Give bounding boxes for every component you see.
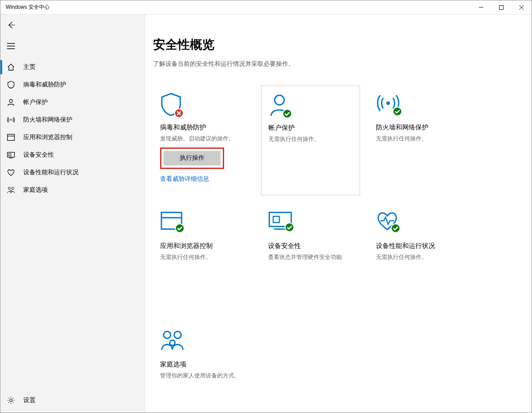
ok-badge-icon [285, 223, 294, 232]
sidebar-item-label: 设置 [23, 396, 36, 404]
card-device-health[interactable]: 设备性能和运行状况 无需执行任何操作。 [369, 204, 468, 314]
close-button[interactable] [511, 0, 532, 14]
sidebar-item-label: 家庭选项 [23, 186, 48, 194]
svg-point-27 [174, 331, 181, 338]
person-icon [268, 93, 290, 117]
sidebar-item-label: 应用和浏览器控制 [23, 133, 72, 141]
heart-icon [7, 168, 15, 177]
sidebar-item-virus[interactable]: 病毒和威胁防护 [0, 76, 145, 93]
hamburger-button[interactable] [0, 36, 21, 57]
svg-point-2 [10, 100, 13, 103]
back-button[interactable] [0, 14, 21, 36]
svg-point-12 [10, 399, 12, 402]
ok-badge-icon [393, 107, 402, 116]
cards-grid: 病毒和威胁防护 发现威胁。启动建议的操作。 执行操作 查看威胁详细信息 [153, 86, 478, 413]
device-icon [7, 151, 15, 159]
threat-details-link[interactable]: 查看威胁详细信息 [160, 175, 245, 183]
heart-icon [376, 211, 399, 231]
card-desc: 发现威胁。启动建议的操作。 [160, 134, 245, 143]
svg-point-9 [8, 187, 11, 190]
content-area: 安全性概览 了解设备当前的安全性和运行情况并采取必要操作。 病毒和威胁防护 发现… [145, 14, 532, 413]
page-title: 安全性概览 [153, 36, 532, 53]
sidebar: 主页 病毒和威胁防护 帐户保护 防火墙和网络保护 [0, 14, 145, 413]
hamburger-icon [7, 43, 15, 49]
card-desc: 无需执行任何操作。 [376, 134, 461, 143]
svg-point-26 [164, 331, 171, 338]
take-action-button[interactable]: 执行操作 [164, 151, 221, 165]
browser-icon [160, 211, 183, 231]
card-title: 设备性能和运行状况 [376, 242, 461, 250]
svg-rect-1 [500, 5, 503, 9]
sidebar-item-label: 防火墙和网络保护 [23, 116, 72, 124]
sidebar-item-label: 设备安全性 [23, 151, 54, 159]
window-controls [471, 0, 532, 14]
sidebar-item-label: 主页 [23, 63, 36, 71]
card-account[interactable]: 帐户保护 无需执行任何操作。 [261, 86, 360, 195]
radio-icon [376, 93, 400, 115]
card-title: 帐户保护 [268, 124, 353, 132]
card-device-security[interactable]: 设备安全性 查看状态并管理硬件安全功能 [261, 204, 360, 314]
browser-icon [7, 133, 15, 142]
ok-badge-icon [282, 109, 292, 119]
svg-rect-23 [273, 216, 279, 223]
home-icon [7, 63, 15, 72]
radio-icon [7, 115, 15, 124]
device-icon [268, 211, 293, 230]
svg-rect-0 [479, 7, 483, 7]
card-desc: 无需执行任何操作。 [268, 135, 353, 144]
shield-icon [160, 93, 182, 116]
person-icon [7, 98, 15, 107]
back-arrow-icon [7, 21, 15, 29]
svg-point-25 [391, 224, 400, 233]
card-title: 设备安全性 [268, 242, 353, 250]
sidebar-item-settings[interactable]: 设置 [0, 391, 145, 409]
shield-icon [7, 80, 15, 89]
family-icon [160, 330, 185, 352]
svg-rect-4 [7, 134, 14, 140]
svg-point-10 [12, 187, 14, 190]
gear-icon [7, 396, 15, 405]
card-desc: 查看状态并管理硬件安全功能 [268, 253, 353, 262]
svg-point-3 [11, 119, 12, 121]
card-title: 家庭选项 [160, 360, 245, 369]
card-desc: 管理你的家人使用设备的方式。 [160, 371, 245, 380]
ok-badge-icon [175, 223, 185, 233]
card-family[interactable]: 家庭选项 管理你的家人使用设备的方式。 [153, 323, 252, 413]
svg-point-14 [275, 95, 284, 105]
sidebar-item-label: 帐户保护 [23, 98, 48, 106]
svg-point-16 [386, 101, 390, 105]
card-virus[interactable]: 病毒和威胁防护 发现威胁。启动建议的操作。 执行操作 查看威胁详细信息 [153, 86, 252, 195]
card-desc: 无需执行任何操作。 [160, 253, 245, 262]
svg-point-20 [175, 224, 184, 233]
family-icon [7, 186, 15, 194]
card-title: 病毒和威胁防护 [160, 123, 245, 132]
sidebar-item-device-health[interactable]: 设备性能和运行状况 [0, 164, 145, 181]
sidebar-item-account[interactable]: 帐户保护 [0, 93, 145, 111]
maximize-button[interactable] [491, 0, 511, 14]
card-firewall[interactable]: 防火墙和网络保护 无需执行任何操作。 [369, 86, 468, 195]
sidebar-item-family[interactable]: 家庭选项 [0, 181, 145, 199]
minimize-button[interactable] [471, 0, 491, 14]
page-subtitle: 了解设备当前的安全性和运行情况并采取必要操作。 [153, 60, 532, 68]
window-title: Windows 安全中心 [6, 4, 50, 11]
sidebar-item-home[interactable]: 主页 [0, 58, 145, 76]
sidebar-item-firewall[interactable]: 防火墙和网络保护 [0, 111, 145, 129]
card-title: 应用和浏览器控制 [160, 242, 245, 250]
error-badge-icon [174, 108, 184, 118]
titlebar: Windows 安全中心 [0, 0, 532, 14]
svg-point-15 [283, 109, 292, 118]
card-title: 防火墙和网络保护 [376, 123, 461, 132]
ok-badge-icon [391, 223, 400, 233]
sidebar-item-device-security[interactable]: 设备安全性 [0, 146, 145, 164]
svg-rect-8 [9, 154, 11, 156]
svg-point-17 [393, 107, 402, 116]
sidebar-item-label: 设备性能和运行状况 [23, 169, 79, 176]
card-desc: 无需执行任何操作。 [376, 253, 461, 262]
card-app-browser[interactable]: 应用和浏览器控制 无需执行任何操作。 [153, 204, 252, 314]
svg-point-24 [285, 223, 294, 232]
highlight-annotation: 执行操作 [160, 147, 224, 169]
sidebar-item-label: 病毒和威胁防护 [23, 81, 66, 89]
svg-point-28 [170, 340, 175, 345]
sidebar-item-app-browser[interactable]: 应用和浏览器控制 [0, 129, 145, 146]
